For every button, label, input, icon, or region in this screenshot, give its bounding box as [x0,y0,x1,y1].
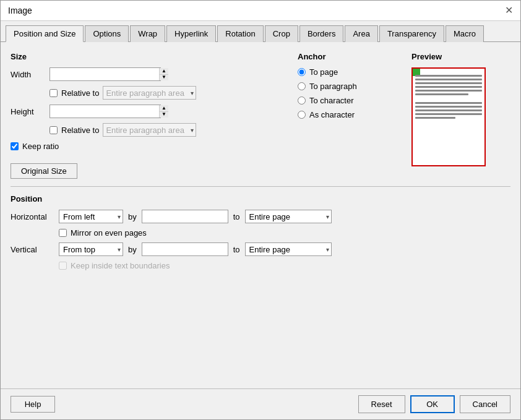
horizontal-from-select[interactable]: From left From right From inside From ou… [59,210,123,223]
anchor-radio-group: To page To paragraph To character As cha… [298,67,397,119]
preview-line [415,117,455,119]
anchor-section: Anchor To page To paragraph To character [298,52,397,179]
close-button[interactable]: ✕ [505,6,513,15]
dialog-title: Image [8,6,32,15]
tab-macro[interactable]: Macro [446,25,484,42]
preview-line [415,79,482,80]
height-spinbox[interactable]: 3.00 cm ▲ ▼ [50,105,161,118]
preview-line [415,109,482,111]
tab-rotation[interactable]: Rotation [217,25,263,42]
horizontal-to-select-wrapper: Entire page Page text area Paragraph are… [245,210,332,223]
height-spinbox-buttons: ▲ ▼ [159,105,168,118]
horizontal-to-select[interactable]: Entire page Page text area Paragraph are… [245,210,332,223]
vertical-to-label: to [233,245,240,254]
height-increment-button[interactable]: ▲ [160,105,168,111]
tab-bar: Position and Size Options Wrap Hyperlink… [1,21,520,42]
section-divider [11,186,510,187]
width-increment-button[interactable]: ▲ [160,68,168,74]
anchor-to-character-row: To character [298,96,397,105]
keep-ratio-checkbox[interactable] [11,142,19,150]
relative-to-width-select[interactable]: Entire paragraph area [103,86,196,100]
tab-options[interactable]: Options [85,25,129,42]
width-input[interactable]: 18.00 cm [50,68,159,80]
anchor-to-paragraph-label[interactable]: To paragraph [309,82,357,91]
anchor-to-paragraph-radio[interactable] [298,82,306,90]
vertical-by-label: by [128,245,137,254]
original-size-button[interactable]: Original Size [11,163,77,179]
relative-to-height-label[interactable]: Relative to [61,126,99,135]
preview-section-title: Preview [411,52,510,61]
preview-page [413,69,484,165]
title-bar: Image ✕ [1,1,520,21]
tab-borders[interactable]: Borders [299,25,344,42]
keep-inside-checkbox[interactable] [59,262,67,270]
tab-hyperlink[interactable]: Hyperlink [166,25,216,42]
horizontal-label: Horizontal [11,212,54,221]
anchor-as-character-radio[interactable] [298,111,306,119]
keep-inside-label: Keep inside text boundaries [71,261,170,270]
anchor-to-page-radio[interactable] [298,68,306,76]
preview-section: Preview [411,52,510,179]
horizontal-by-label: by [128,212,137,221]
tab-position-and-size[interactable]: Position and Size [6,25,84,42]
horizontal-from-select-wrapper: From left From right From inside From ou… [59,210,123,223]
horizontal-by-spinbox[interactable]: 2.00 cm ▲ ▼ [142,210,228,223]
tab-wrap[interactable]: Wrap [130,25,165,42]
help-button[interactable]: Help [11,396,55,413]
preview-line [415,93,468,95]
position-section: Position Horizontal From left From right… [11,194,510,270]
relative-to-height-checkbox[interactable] [50,126,58,134]
dialog: Image ✕ Position and Size Options Wrap H… [0,0,521,420]
tab-transparency[interactable]: Transparency [379,25,444,42]
ok-button[interactable]: OK [410,395,455,413]
width-label: Width [11,70,45,79]
keep-ratio-label[interactable]: Keep ratio [22,142,59,151]
relative-to-width-label[interactable]: Relative to [61,88,99,98]
preview-lines [415,75,482,121]
tab-area[interactable]: Area [345,25,377,42]
content-area: Size Width 18.00 cm ▲ ▼ Relative t [1,42,520,388]
height-decrement-button[interactable]: ▼ [160,111,168,118]
horizontal-to-label: to [233,212,240,221]
preview-line [415,82,482,84]
anchor-to-character-label[interactable]: To character [309,96,354,105]
width-relative-row: Relative to Entire paragraph area [50,86,283,100]
relative-to-width-select-wrapper: Entire paragraph area [103,86,196,100]
vertical-label: Vertical [11,245,54,254]
mirror-on-even-pages-checkbox[interactable] [59,229,67,237]
preview-line [415,90,482,92]
mirror-on-even-pages-label[interactable]: Mirror on even pages [71,228,147,238]
anchor-as-character-label[interactable]: As character [309,110,355,119]
width-spinbox[interactable]: 18.00 cm ▲ ▼ [50,67,161,81]
anchor-section-title: Anchor [298,52,397,61]
keep-inside-row: Keep inside text boundaries [59,261,510,270]
top-sections: Size Width 18.00 cm ▲ ▼ Relative t [11,52,510,179]
vertical-to-select-wrapper: Entire page Page text area Paragraph are… [245,242,332,256]
cancel-button[interactable]: Cancel [460,395,510,413]
vertical-by-spinbox[interactable]: 1.00 cm ▲ ▼ [142,242,228,256]
footer: Help Reset OK Cancel [1,388,520,419]
relative-to-height-select[interactable]: Entire paragraph area [103,123,196,137]
width-decrement-button[interactable]: ▼ [160,74,168,81]
vertical-from-select[interactable]: From top From bottom From inside From ou… [59,242,123,256]
reset-button[interactable]: Reset [358,395,405,413]
tab-crop[interactable]: Crop [265,25,298,42]
preview-box [411,67,486,166]
vertical-row: Vertical From top From bottom From insid… [11,242,510,256]
height-row: Height 3.00 cm ▲ ▼ [11,105,283,118]
anchor-to-paragraph-row: To paragraph [298,82,397,91]
anchor-to-character-radio[interactable] [298,96,306,105]
relative-to-width-checkbox[interactable] [50,89,58,97]
height-input[interactable]: 3.00 cm [50,105,159,118]
anchor-to-page-row: To page [298,67,397,77]
preview-line [415,113,482,115]
anchor-to-page-label[interactable]: To page [309,67,338,77]
anchor-as-character-row: As character [298,110,397,119]
relative-to-height-select-wrapper: Entire paragraph area [103,123,196,137]
height-relative-row: Relative to Entire paragraph area [50,123,283,137]
preview-spacer [415,97,482,102]
size-section: Size Width 18.00 cm ▲ ▼ Relative t [11,52,283,179]
original-size-row: Original Size [11,158,283,179]
vertical-to-select[interactable]: Entire page Page text area Paragraph are… [245,242,332,256]
preview-line [415,75,482,77]
